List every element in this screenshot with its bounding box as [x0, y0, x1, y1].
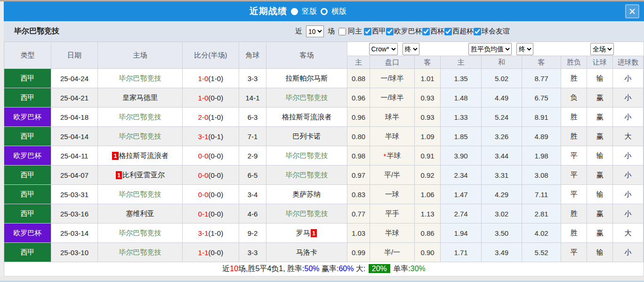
- away-team-name: 罗马: [296, 229, 310, 238]
- handicap-home-odds: 0.80: [347, 127, 370, 146]
- home-team-name: 毕尔巴鄂竞技: [119, 229, 161, 238]
- league-checkbox-input-2[interactable]: [422, 28, 430, 35]
- close-icon[interactable]: ✕: [625, 4, 639, 18]
- handicap-away-odds: 0.92: [415, 166, 441, 185]
- handicap-away-odds: 0.90: [415, 243, 441, 262]
- avg-draw-odds: 3.44: [482, 146, 522, 166]
- red-card-badge: 1: [112, 152, 118, 160]
- handicap-star: *: [384, 152, 386, 160]
- home-team-name: 毕尔巴鄂竞技: [119, 132, 161, 141]
- cell-home-team: 皇家马德里: [98, 88, 183, 108]
- table-row: 西甲25-03-16塞维利亚0-1(0-0)4-6毕尔巴鄂竞技0.77平手1.1…: [4, 204, 644, 224]
- handicap-home-odds: 0.97: [347, 166, 370, 185]
- handicap-home-odds: 0.77: [347, 204, 370, 224]
- handicap-time-select[interactable]: 终: [402, 43, 419, 55]
- table-row: 西甲25-04-14毕尔巴鄂竞技3-1(0-1)7-1巴列卡诺0.80半球1.0…: [4, 127, 644, 146]
- league-checkbox-1[interactable]: 欧罗巴杯: [386, 27, 422, 36]
- table-row: 欧罗巴杯25-04-111格拉斯哥流浪者0-0(0-0)2-9毕尔巴鄂竞技0.9…: [4, 146, 644, 166]
- cell-away-team: 毕尔巴鄂竞技: [266, 88, 347, 108]
- handicap-result-flag: 输: [587, 185, 613, 204]
- full-time-score: 0-0: [198, 191, 209, 199]
- handicap-result-flag: 输: [587, 243, 613, 262]
- table-row: 西甲25-04-21皇家马德里1-0(0-0)14-1毕尔巴鄂竞技0.96一/球…: [4, 88, 644, 108]
- cell-home-team: 毕尔巴鄂竞技: [98, 185, 183, 204]
- handicap-result-flag: 赢: [587, 166, 613, 185]
- league-badge: 西甲: [4, 69, 51, 88]
- summary-stats-bar: 近10场,胜5平4负1, 胜率:50% 赢率:60% 大: 20% 单率:30%: [4, 262, 644, 276]
- handicap-line: 半/一: [370, 243, 415, 262]
- odds-company-select[interactable]: Crow*: [369, 43, 398, 55]
- handicap-line: 一球: [370, 185, 415, 204]
- handicap-line: 半球: [370, 127, 415, 146]
- subheader-avg-win: 主: [441, 56, 482, 69]
- handicap-result-flag: 赢: [587, 127, 613, 146]
- cell-corners: 3-3: [239, 69, 266, 88]
- subheader-handicap-result: 让球: [587, 56, 613, 69]
- goals-flag: 小: [613, 166, 644, 185]
- handicap-line-text: 一/球半: [380, 93, 403, 102]
- subheader-avg-draw: 和: [482, 56, 522, 69]
- avg-lose-odds: 8.91: [522, 108, 561, 127]
- league-checkbox-input-1[interactable]: [386, 28, 394, 35]
- league-badge: 西甲: [4, 204, 51, 224]
- match-scope-select[interactable]: 全场: [590, 43, 614, 55]
- goals-flag: 小: [613, 204, 644, 224]
- cell-date: 25-03-14: [51, 224, 98, 243]
- cell-home-team: 塞维利亚: [98, 204, 183, 224]
- league-checkbox-4[interactable]: 球会友谊: [474, 27, 510, 36]
- cell-home-team: 1格拉斯哥流浪者: [98, 146, 183, 166]
- window-bottom-edge: [0, 276, 644, 281]
- league-badge: 西甲: [4, 166, 51, 185]
- league-checkbox-2[interactable]: 西杯: [422, 27, 444, 36]
- same-home-label: 同主: [348, 27, 362, 36]
- radio-vertical-label[interactable]: 竖版: [302, 7, 317, 17]
- scope-select-group: 全场: [561, 42, 644, 56]
- league-checkbox-input-0[interactable]: [364, 28, 371, 35]
- handicap-line-text: 球半: [385, 113, 399, 122]
- result-flag: 平: [561, 185, 587, 204]
- avg-select-group: 胜平负均值 终: [441, 42, 561, 56]
- avg-win-odds: 3.90: [441, 146, 482, 166]
- goals-flag: 大: [613, 127, 644, 146]
- league-checkbox-0[interactable]: 西甲: [364, 27, 386, 36]
- cell-date: 25-03-16: [51, 204, 98, 224]
- half-time-score: (0-0): [209, 191, 224, 199]
- avg-win-odds: 1.48: [441, 88, 482, 108]
- table-row: 西甲25-03-31毕尔巴鄂竞技0-0(0-0)3-4奥萨苏纳0.83一球1.0…: [4, 185, 644, 204]
- avg-odds-select[interactable]: 胜平负均值: [468, 43, 512, 55]
- cell-date: 25-04-14: [51, 127, 98, 146]
- handicap-away-odds: 1.01: [415, 69, 441, 88]
- summary-segment: 10: [230, 265, 238, 273]
- handicap-home-odds: 1.03: [347, 224, 370, 243]
- league-checkbox-3[interactable]: 西超杯: [444, 27, 474, 36]
- avg-win-odds: 1.47: [441, 185, 482, 204]
- near-label: 近: [295, 27, 302, 36]
- goals-flag: 小: [613, 185, 644, 204]
- avg-draw-odds: 3.31: [482, 166, 522, 185]
- match-count-select[interactable]: 10: [306, 25, 324, 37]
- cell-corners: 14-1: [239, 88, 266, 108]
- avg-lose-odds: 8.77: [522, 69, 561, 88]
- league-checkbox-input-3[interactable]: [444, 28, 452, 35]
- red-card-badge: 1: [311, 229, 317, 237]
- avg-draw-odds: 5.02: [482, 69, 522, 88]
- same-home-checkbox-input[interactable]: [338, 28, 346, 35]
- half-time-score: (1-0): [209, 229, 224, 237]
- same-home-checkbox[interactable]: 同主: [337, 27, 362, 36]
- radio-horizontal-icon[interactable]: [321, 8, 328, 15]
- radio-vertical-selected-icon[interactable]: [291, 8, 298, 15]
- half-time-score: (0-0): [209, 152, 224, 160]
- goals-flag: 小: [613, 146, 644, 166]
- cell-home-team: 毕尔巴鄂竞技: [98, 69, 183, 88]
- full-time-score: 1-0: [198, 75, 209, 83]
- league-checkbox-label: 西甲: [372, 27, 386, 36]
- table-body: 西甲25-04-24毕尔巴鄂竞技1-0(1-0)3-3拉斯帕尔马斯0.88一/球…: [4, 69, 644, 262]
- half-time-score: (0-0): [209, 249, 224, 257]
- cell-score: 0-0(0-0): [183, 166, 239, 185]
- half-time-score: (0-0): [209, 94, 224, 102]
- league-checkbox-input-4[interactable]: [474, 28, 481, 35]
- table-row: 西甲25-04-24毕尔巴鄂竞技1-0(1-0)3-3拉斯帕尔马斯0.88一/球…: [4, 69, 644, 88]
- cell-score: 1-1(0-0): [183, 243, 239, 262]
- radio-horizontal-label[interactable]: 横版: [331, 7, 346, 17]
- avg-time-select[interactable]: 终: [516, 43, 533, 55]
